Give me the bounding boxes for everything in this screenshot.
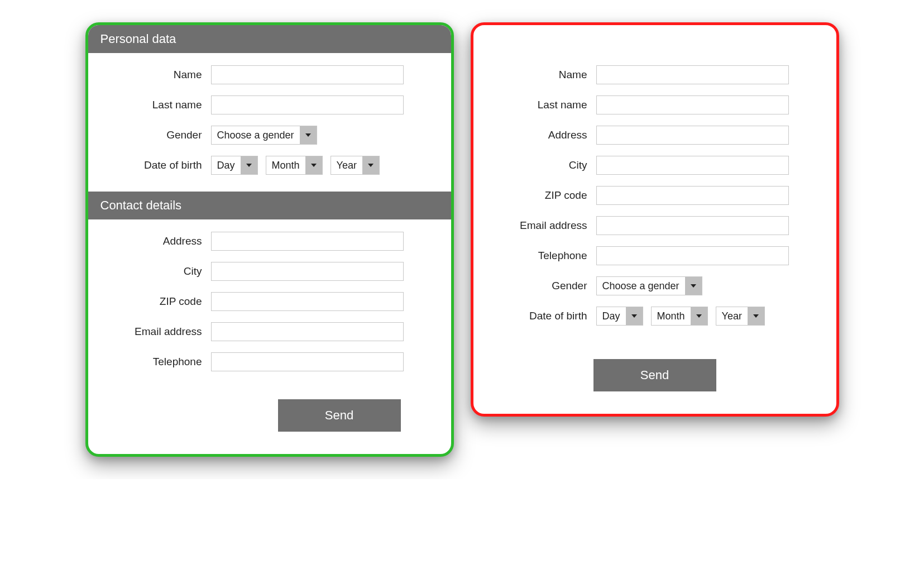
- svg-marker-7: [753, 314, 759, 318]
- label-telephone: Telephone: [496, 250, 596, 262]
- label-lastname: Last name: [496, 99, 596, 111]
- row-name: Name: [111, 65, 429, 84]
- input-zip[interactable]: [596, 186, 789, 205]
- row-dob: Date of birth Day Month Year: [496, 307, 814, 326]
- select-year-text: Year: [716, 310, 748, 322]
- chevron-down-icon: [748, 307, 764, 325]
- label-city: City: [111, 265, 211, 278]
- row-zip: ZIP code: [111, 292, 429, 311]
- bad-form-body: Name Last name Address City ZIP code Ema…: [473, 53, 836, 342]
- row-email: Email address: [496, 216, 814, 235]
- label-city: City: [496, 159, 596, 171]
- svg-marker-5: [631, 314, 637, 318]
- row-gender: Gender Choose a gender: [496, 276, 814, 295]
- select-month[interactable]: Month: [266, 156, 323, 175]
- label-telephone: Telephone: [111, 356, 211, 368]
- label-dob: Date of birth: [111, 159, 211, 171]
- input-lastname[interactable]: [596, 95, 789, 114]
- label-email: Email address: [111, 326, 211, 338]
- svg-marker-2: [311, 164, 317, 167]
- label-zip: ZIP code: [496, 189, 596, 202]
- chevron-down-icon: [685, 277, 702, 295]
- label-gender: Gender: [111, 129, 211, 141]
- chevron-down-icon: [305, 156, 322, 174]
- chevron-down-icon: [300, 126, 317, 144]
- chevron-down-icon: [362, 156, 379, 174]
- row-address: Address: [111, 232, 429, 251]
- button-row: Send: [473, 342, 836, 397]
- section-header-personal: Personal data: [88, 25, 451, 53]
- row-city: City: [496, 156, 814, 175]
- input-email[interactable]: [596, 216, 789, 235]
- row-email: Email address: [111, 322, 429, 341]
- label-zip: ZIP code: [111, 295, 211, 308]
- label-dob: Date of birth: [496, 310, 596, 322]
- select-year[interactable]: Year: [716, 307, 765, 326]
- input-zip[interactable]: [211, 292, 404, 311]
- svg-marker-4: [691, 284, 696, 288]
- contact-details-body: Address City ZIP code Email address Tele…: [88, 219, 451, 388]
- chevron-down-icon: [241, 156, 257, 174]
- select-gender[interactable]: Choose a gender: [596, 276, 702, 295]
- dob-selects: Day Month Year: [211, 156, 387, 175]
- input-address[interactable]: [211, 232, 404, 251]
- input-name[interactable]: [596, 65, 789, 84]
- select-gender[interactable]: Choose a gender: [211, 126, 317, 145]
- dob-selects: Day Month Year: [596, 307, 773, 326]
- select-day-text: Day: [212, 160, 241, 171]
- svg-marker-1: [246, 164, 252, 167]
- good-form-card: Personal data Name Last name Gender Choo…: [85, 22, 454, 457]
- label-name: Name: [111, 69, 211, 81]
- select-day[interactable]: Day: [211, 156, 258, 175]
- row-name: Name: [496, 65, 814, 84]
- row-lastname: Last name: [496, 95, 814, 114]
- select-month[interactable]: Month: [651, 307, 708, 326]
- select-gender-text: Choose a gender: [212, 130, 300, 141]
- row-telephone: Telephone: [111, 352, 429, 371]
- input-email[interactable]: [211, 322, 404, 341]
- row-telephone: Telephone: [496, 246, 814, 265]
- select-day-text: Day: [597, 310, 626, 322]
- select-day[interactable]: Day: [596, 307, 643, 326]
- label-gender: Gender: [496, 280, 596, 292]
- row-dob: Date of birth Day Month Year: [111, 156, 429, 175]
- svg-marker-6: [696, 314, 702, 318]
- send-button[interactable]: Send: [278, 399, 401, 432]
- svg-marker-0: [305, 133, 311, 137]
- button-row: Send: [88, 388, 451, 437]
- select-year-text: Year: [331, 160, 362, 171]
- input-lastname[interactable]: [211, 95, 404, 114]
- row-address: Address: [496, 126, 814, 145]
- label-address: Address: [496, 129, 596, 141]
- send-button[interactable]: Send: [593, 359, 716, 391]
- svg-marker-3: [368, 164, 374, 167]
- bad-form-card: Name Last name Address City ZIP code Ema…: [471, 22, 839, 417]
- input-telephone[interactable]: [596, 246, 789, 265]
- row-gender: Gender Choose a gender: [111, 126, 429, 145]
- row-lastname: Last name: [111, 95, 429, 114]
- input-city[interactable]: [211, 262, 404, 281]
- label-email: Email address: [496, 219, 596, 232]
- label-address: Address: [111, 235, 211, 247]
- chevron-down-icon: [626, 307, 643, 325]
- personal-data-body: Name Last name Gender Choose a gender Da…: [88, 53, 451, 192]
- row-city: City: [111, 262, 429, 281]
- select-year[interactable]: Year: [331, 156, 380, 175]
- select-month-text: Month: [652, 310, 691, 322]
- input-city[interactable]: [596, 156, 789, 175]
- section-title: Contact details: [100, 198, 182, 212]
- label-lastname: Last name: [111, 99, 211, 111]
- input-telephone[interactable]: [211, 352, 404, 371]
- label-name: Name: [496, 69, 596, 81]
- select-gender-text: Choose a gender: [597, 280, 685, 292]
- section-title: Personal data: [100, 32, 176, 46]
- section-header-contact: Contact details: [88, 192, 451, 219]
- row-zip: ZIP code: [496, 186, 814, 205]
- input-name[interactable]: [211, 65, 404, 84]
- input-address[interactable]: [596, 126, 789, 145]
- chevron-down-icon: [691, 307, 707, 325]
- select-month-text: Month: [266, 160, 305, 171]
